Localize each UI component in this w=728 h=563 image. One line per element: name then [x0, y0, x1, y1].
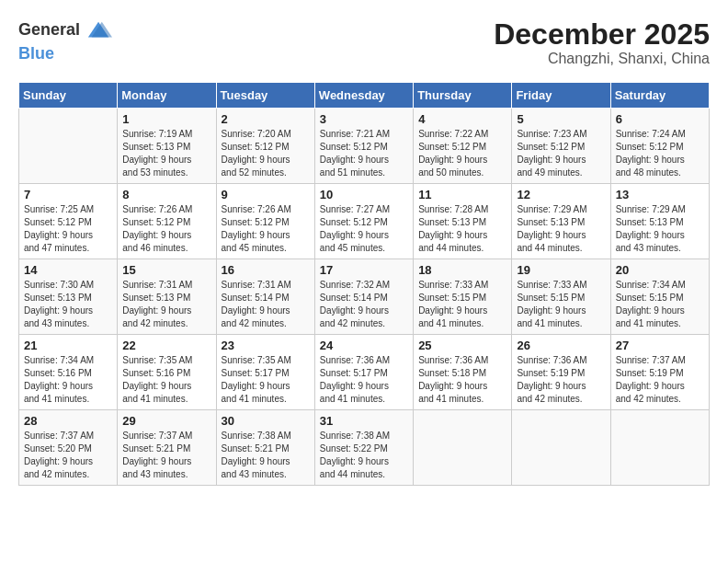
calendar-week-3: 14Sunrise: 7:30 AM Sunset: 5:13 PM Dayli… — [19, 259, 710, 335]
day-info: Sunrise: 7:28 AM Sunset: 5:13 PM Dayligh… — [418, 203, 506, 255]
weekday-header-monday: Monday — [118, 83, 216, 109]
day-info: Sunrise: 7:27 AM Sunset: 5:12 PM Dayligh… — [320, 203, 408, 255]
calendar-week-2: 7Sunrise: 7:25 AM Sunset: 5:12 PM Daylig… — [19, 184, 710, 259]
logo-icon — [86, 18, 112, 44]
day-number: 25 — [418, 339, 506, 352]
day-info: Sunrise: 7:29 AM Sunset: 5:13 PM Dayligh… — [517, 203, 605, 255]
calendar-cell: 25Sunrise: 7:36 AM Sunset: 5:18 PM Dayli… — [414, 335, 512, 410]
day-number: 15 — [122, 263, 210, 277]
weekday-header-friday: Friday — [512, 83, 610, 109]
day-info: Sunrise: 7:19 AM Sunset: 5:13 PM Dayligh… — [122, 128, 210, 179]
calendar-cell: 30Sunrise: 7:38 AM Sunset: 5:21 PM Dayli… — [216, 410, 314, 486]
calendar-cell — [512, 410, 610, 486]
calendar-cell — [610, 410, 709, 486]
day-info: Sunrise: 7:36 AM Sunset: 5:17 PM Dayligh… — [320, 354, 408, 406]
calendar-cell: 3Sunrise: 7:21 AM Sunset: 5:12 PM Daylig… — [314, 109, 413, 184]
day-info: Sunrise: 7:37 AM Sunset: 5:20 PM Dayligh… — [24, 430, 112, 481]
day-number: 31 — [320, 414, 408, 428]
day-info: Sunrise: 7:38 AM Sunset: 5:21 PM Dayligh… — [222, 430, 310, 481]
day-number: 19 — [517, 263, 605, 277]
weekday-header-row: SundayMondayTuesdayWednesdayThursdayFrid… — [19, 83, 710, 109]
day-number: 8 — [122, 188, 210, 201]
day-info: Sunrise: 7:20 AM Sunset: 5:12 PM Dayligh… — [222, 128, 310, 179]
calendar-cell: 26Sunrise: 7:36 AM Sunset: 5:19 PM Dayli… — [512, 335, 610, 410]
day-number: 30 — [222, 414, 310, 428]
calendar-cell: 1Sunrise: 7:19 AM Sunset: 5:13 PM Daylig… — [118, 109, 216, 184]
day-info: Sunrise: 7:23 AM Sunset: 5:12 PM Dayligh… — [517, 128, 605, 179]
calendar-cell: 13Sunrise: 7:29 AM Sunset: 5:13 PM Dayli… — [610, 184, 709, 259]
logo: General Blue — [18, 18, 112, 63]
day-info: Sunrise: 7:26 AM Sunset: 5:12 PM Dayligh… — [122, 203, 210, 255]
calendar-cell: 7Sunrise: 7:25 AM Sunset: 5:12 PM Daylig… — [19, 184, 118, 259]
day-info: Sunrise: 7:31 AM Sunset: 5:13 PM Dayligh… — [122, 279, 210, 330]
calendar-cell: 19Sunrise: 7:33 AM Sunset: 5:15 PM Dayli… — [512, 259, 610, 335]
calendar-cell: 4Sunrise: 7:22 AM Sunset: 5:12 PM Daylig… — [414, 109, 512, 184]
day-number: 29 — [122, 414, 210, 428]
day-number: 13 — [616, 188, 704, 201]
day-number: 23 — [222, 339, 310, 352]
day-number: 21 — [24, 339, 112, 352]
day-info: Sunrise: 7:33 AM Sunset: 5:15 PM Dayligh… — [517, 279, 605, 330]
day-info: Sunrise: 7:31 AM Sunset: 5:14 PM Dayligh… — [222, 279, 310, 330]
day-number: 5 — [517, 112, 605, 126]
day-info: Sunrise: 7:35 AM Sunset: 5:17 PM Dayligh… — [222, 354, 310, 406]
calendar-cell: 18Sunrise: 7:33 AM Sunset: 5:15 PM Dayli… — [414, 259, 512, 335]
day-info: Sunrise: 7:30 AM Sunset: 5:13 PM Dayligh… — [24, 279, 112, 330]
day-number: 27 — [616, 339, 704, 352]
day-info: Sunrise: 7:26 AM Sunset: 5:12 PM Dayligh… — [222, 203, 310, 255]
logo-text-blue: Blue — [18, 44, 54, 63]
calendar-cell: 24Sunrise: 7:36 AM Sunset: 5:17 PM Dayli… — [314, 335, 413, 410]
weekday-header-wednesday: Wednesday — [314, 83, 413, 109]
calendar-week-4: 21Sunrise: 7:34 AM Sunset: 5:16 PM Dayli… — [19, 335, 710, 410]
page-header: General Blue December 2025 Changzhi, Sha… — [18, 18, 710, 67]
calendar-cell: 14Sunrise: 7:30 AM Sunset: 5:13 PM Dayli… — [19, 259, 118, 335]
day-info: Sunrise: 7:36 AM Sunset: 5:19 PM Dayligh… — [517, 354, 605, 406]
calendar-cell: 8Sunrise: 7:26 AM Sunset: 5:12 PM Daylig… — [118, 184, 216, 259]
day-info: Sunrise: 7:37 AM Sunset: 5:19 PM Dayligh… — [616, 354, 704, 406]
calendar-cell: 27Sunrise: 7:37 AM Sunset: 5:19 PM Dayli… — [610, 335, 709, 410]
day-number: 22 — [122, 339, 210, 352]
day-info: Sunrise: 7:37 AM Sunset: 5:21 PM Dayligh… — [122, 430, 210, 481]
day-number: 18 — [418, 263, 506, 277]
calendar-cell: 10Sunrise: 7:27 AM Sunset: 5:12 PM Dayli… — [314, 184, 413, 259]
day-number: 6 — [616, 112, 704, 126]
logo-text-general: General — [18, 20, 80, 39]
calendar-cell: 6Sunrise: 7:24 AM Sunset: 5:12 PM Daylig… — [610, 109, 709, 184]
day-number: 16 — [222, 263, 310, 277]
day-number: 14 — [24, 263, 112, 277]
calendar-table: SundayMondayTuesdayWednesdayThursdayFrid… — [18, 82, 710, 486]
day-info: Sunrise: 7:38 AM Sunset: 5:22 PM Dayligh… — [320, 430, 408, 481]
day-info: Sunrise: 7:34 AM Sunset: 5:16 PM Dayligh… — [24, 354, 112, 406]
calendar-cell: 29Sunrise: 7:37 AM Sunset: 5:21 PM Dayli… — [118, 410, 216, 486]
calendar-cell: 22Sunrise: 7:35 AM Sunset: 5:16 PM Dayli… — [118, 335, 216, 410]
calendar-cell — [414, 410, 512, 486]
calendar-cell: 2Sunrise: 7:20 AM Sunset: 5:12 PM Daylig… — [216, 109, 314, 184]
day-info: Sunrise: 7:24 AM Sunset: 5:12 PM Dayligh… — [616, 128, 704, 179]
calendar-cell: 5Sunrise: 7:23 AM Sunset: 5:12 PM Daylig… — [512, 109, 610, 184]
day-number: 2 — [222, 112, 310, 126]
day-number: 24 — [320, 339, 408, 352]
calendar-cell: 20Sunrise: 7:34 AM Sunset: 5:15 PM Dayli… — [610, 259, 709, 335]
day-info: Sunrise: 7:21 AM Sunset: 5:12 PM Dayligh… — [320, 128, 408, 179]
day-number: 12 — [517, 188, 605, 201]
month-title: December 2025 — [494, 18, 710, 51]
location-title: Changzhi, Shanxi, China — [494, 51, 710, 67]
calendar-cell: 15Sunrise: 7:31 AM Sunset: 5:13 PM Dayli… — [118, 259, 216, 335]
calendar-cell — [19, 109, 118, 184]
day-number: 3 — [320, 112, 408, 126]
calendar-week-1: 1Sunrise: 7:19 AM Sunset: 5:13 PM Daylig… — [19, 109, 710, 184]
calendar-cell: 9Sunrise: 7:26 AM Sunset: 5:12 PM Daylig… — [216, 184, 314, 259]
weekday-header-thursday: Thursday — [414, 83, 512, 109]
calendar-week-5: 28Sunrise: 7:37 AM Sunset: 5:20 PM Dayli… — [19, 410, 710, 486]
day-info: Sunrise: 7:32 AM Sunset: 5:14 PM Dayligh… — [320, 279, 408, 330]
calendar-cell: 28Sunrise: 7:37 AM Sunset: 5:20 PM Dayli… — [19, 410, 118, 486]
calendar-cell: 23Sunrise: 7:35 AM Sunset: 5:17 PM Dayli… — [216, 335, 314, 410]
day-number: 26 — [517, 339, 605, 352]
calendar-cell: 31Sunrise: 7:38 AM Sunset: 5:22 PM Dayli… — [314, 410, 413, 486]
calendar-cell: 12Sunrise: 7:29 AM Sunset: 5:13 PM Dayli… — [512, 184, 610, 259]
day-info: Sunrise: 7:33 AM Sunset: 5:15 PM Dayligh… — [418, 279, 506, 330]
day-number: 9 — [222, 188, 310, 201]
day-info: Sunrise: 7:29 AM Sunset: 5:13 PM Dayligh… — [616, 203, 704, 255]
day-info: Sunrise: 7:36 AM Sunset: 5:18 PM Dayligh… — [418, 354, 506, 406]
weekday-header-sunday: Sunday — [19, 83, 118, 109]
